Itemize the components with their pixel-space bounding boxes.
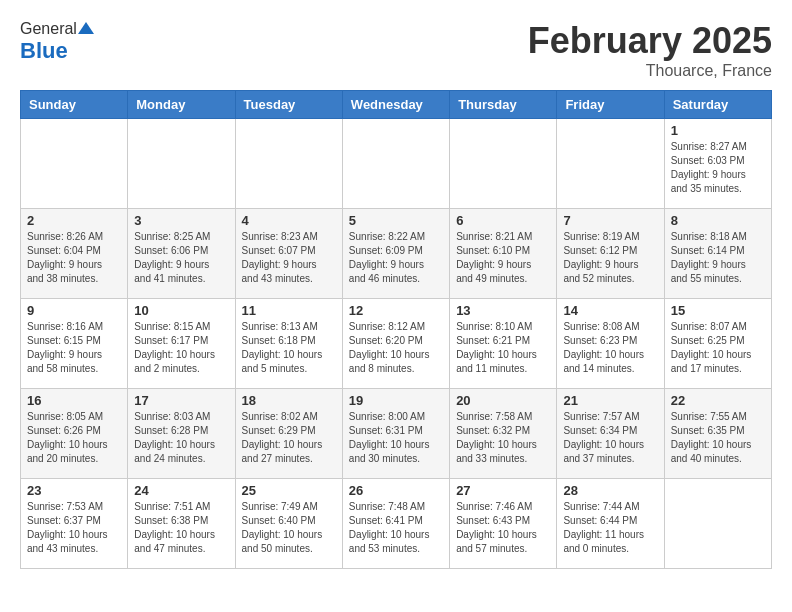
- calendar-cell: 27Sunrise: 7:46 AM Sunset: 6:43 PM Dayli…: [450, 479, 557, 569]
- page-header: General Blue February 2025 Thouarce, Fra…: [20, 20, 772, 80]
- day-info: Sunrise: 8:23 AM Sunset: 6:07 PM Dayligh…: [242, 230, 336, 286]
- day-number: 18: [242, 393, 336, 408]
- logo-blue-text: Blue: [20, 38, 95, 64]
- calendar-cell: 8Sunrise: 8:18 AM Sunset: 6:14 PM Daylig…: [664, 209, 771, 299]
- day-number: 24: [134, 483, 228, 498]
- day-number: 5: [349, 213, 443, 228]
- day-number: 27: [456, 483, 550, 498]
- calendar-cell: 7Sunrise: 8:19 AM Sunset: 6:12 PM Daylig…: [557, 209, 664, 299]
- month-title: February 2025: [528, 20, 772, 62]
- calendar-cell: 20Sunrise: 7:58 AM Sunset: 6:32 PM Dayli…: [450, 389, 557, 479]
- calendar-cell: 18Sunrise: 8:02 AM Sunset: 6:29 PM Dayli…: [235, 389, 342, 479]
- logo: General Blue: [20, 20, 95, 64]
- day-number: 20: [456, 393, 550, 408]
- calendar-cell: 2Sunrise: 8:26 AM Sunset: 6:04 PM Daylig…: [21, 209, 128, 299]
- calendar-cell: [664, 479, 771, 569]
- calendar-cell: 3Sunrise: 8:25 AM Sunset: 6:06 PM Daylig…: [128, 209, 235, 299]
- calendar-cell: 26Sunrise: 7:48 AM Sunset: 6:41 PM Dayli…: [342, 479, 449, 569]
- calendar-cell: 24Sunrise: 7:51 AM Sunset: 6:38 PM Dayli…: [128, 479, 235, 569]
- day-info: Sunrise: 8:13 AM Sunset: 6:18 PM Dayligh…: [242, 320, 336, 376]
- calendar-header-wednesday: Wednesday: [342, 91, 449, 119]
- calendar-week-1: 1Sunrise: 8:27 AM Sunset: 6:03 PM Daylig…: [21, 119, 772, 209]
- day-number: 2: [27, 213, 121, 228]
- calendar-cell: 9Sunrise: 8:16 AM Sunset: 6:15 PM Daylig…: [21, 299, 128, 389]
- day-number: 9: [27, 303, 121, 318]
- day-info: Sunrise: 8:00 AM Sunset: 6:31 PM Dayligh…: [349, 410, 443, 466]
- day-info: Sunrise: 8:02 AM Sunset: 6:29 PM Dayligh…: [242, 410, 336, 466]
- day-info: Sunrise: 8:05 AM Sunset: 6:26 PM Dayligh…: [27, 410, 121, 466]
- calendar-week-4: 16Sunrise: 8:05 AM Sunset: 6:26 PM Dayli…: [21, 389, 772, 479]
- day-info: Sunrise: 8:26 AM Sunset: 6:04 PM Dayligh…: [27, 230, 121, 286]
- calendar-cell: 19Sunrise: 8:00 AM Sunset: 6:31 PM Dayli…: [342, 389, 449, 479]
- calendar-cell: 4Sunrise: 8:23 AM Sunset: 6:07 PM Daylig…: [235, 209, 342, 299]
- calendar-cell: 25Sunrise: 7:49 AM Sunset: 6:40 PM Dayli…: [235, 479, 342, 569]
- day-info: Sunrise: 8:27 AM Sunset: 6:03 PM Dayligh…: [671, 140, 765, 196]
- calendar-cell: [128, 119, 235, 209]
- day-info: Sunrise: 7:58 AM Sunset: 6:32 PM Dayligh…: [456, 410, 550, 466]
- calendar-header-monday: Monday: [128, 91, 235, 119]
- logo-general-text: General: [20, 20, 77, 38]
- day-number: 15: [671, 303, 765, 318]
- day-number: 28: [563, 483, 657, 498]
- calendar-cell: 21Sunrise: 7:57 AM Sunset: 6:34 PM Dayli…: [557, 389, 664, 479]
- calendar-cell: [450, 119, 557, 209]
- day-number: 23: [27, 483, 121, 498]
- calendar-header-friday: Friday: [557, 91, 664, 119]
- calendar-header-thursday: Thursday: [450, 91, 557, 119]
- day-info: Sunrise: 8:21 AM Sunset: 6:10 PM Dayligh…: [456, 230, 550, 286]
- calendar-header-sunday: Sunday: [21, 91, 128, 119]
- calendar-cell: 15Sunrise: 8:07 AM Sunset: 6:25 PM Dayli…: [664, 299, 771, 389]
- calendar-week-5: 23Sunrise: 7:53 AM Sunset: 6:37 PM Dayli…: [21, 479, 772, 569]
- calendar-header-tuesday: Tuesday: [235, 91, 342, 119]
- day-number: 4: [242, 213, 336, 228]
- calendar-cell: 28Sunrise: 7:44 AM Sunset: 6:44 PM Dayli…: [557, 479, 664, 569]
- day-number: 12: [349, 303, 443, 318]
- day-info: Sunrise: 8:03 AM Sunset: 6:28 PM Dayligh…: [134, 410, 228, 466]
- logo-icon: [77, 20, 95, 38]
- day-number: 17: [134, 393, 228, 408]
- calendar-cell: 1Sunrise: 8:27 AM Sunset: 6:03 PM Daylig…: [664, 119, 771, 209]
- day-number: 22: [671, 393, 765, 408]
- day-number: 10: [134, 303, 228, 318]
- day-number: 16: [27, 393, 121, 408]
- calendar-cell: [342, 119, 449, 209]
- day-number: 11: [242, 303, 336, 318]
- calendar-week-2: 2Sunrise: 8:26 AM Sunset: 6:04 PM Daylig…: [21, 209, 772, 299]
- calendar-cell: 23Sunrise: 7:53 AM Sunset: 6:37 PM Dayli…: [21, 479, 128, 569]
- day-info: Sunrise: 8:16 AM Sunset: 6:15 PM Dayligh…: [27, 320, 121, 376]
- location-subtitle: Thouarce, France: [528, 62, 772, 80]
- calendar-cell: 13Sunrise: 8:10 AM Sunset: 6:21 PM Dayli…: [450, 299, 557, 389]
- day-info: Sunrise: 7:55 AM Sunset: 6:35 PM Dayligh…: [671, 410, 765, 466]
- calendar-week-3: 9Sunrise: 8:16 AM Sunset: 6:15 PM Daylig…: [21, 299, 772, 389]
- day-info: Sunrise: 7:49 AM Sunset: 6:40 PM Dayligh…: [242, 500, 336, 556]
- day-number: 25: [242, 483, 336, 498]
- calendar-cell: 17Sunrise: 8:03 AM Sunset: 6:28 PM Dayli…: [128, 389, 235, 479]
- calendar-cell: [21, 119, 128, 209]
- calendar-cell: 6Sunrise: 8:21 AM Sunset: 6:10 PM Daylig…: [450, 209, 557, 299]
- day-number: 14: [563, 303, 657, 318]
- day-number: 1: [671, 123, 765, 138]
- calendar-cell: 22Sunrise: 7:55 AM Sunset: 6:35 PM Dayli…: [664, 389, 771, 479]
- day-number: 13: [456, 303, 550, 318]
- day-info: Sunrise: 8:08 AM Sunset: 6:23 PM Dayligh…: [563, 320, 657, 376]
- day-number: 26: [349, 483, 443, 498]
- calendar-cell: 12Sunrise: 8:12 AM Sunset: 6:20 PM Dayli…: [342, 299, 449, 389]
- day-number: 3: [134, 213, 228, 228]
- svg-marker-0: [78, 22, 94, 34]
- calendar-header-saturday: Saturday: [664, 91, 771, 119]
- calendar-cell: 5Sunrise: 8:22 AM Sunset: 6:09 PM Daylig…: [342, 209, 449, 299]
- calendar-cell: [557, 119, 664, 209]
- day-info: Sunrise: 8:10 AM Sunset: 6:21 PM Dayligh…: [456, 320, 550, 376]
- day-number: 19: [349, 393, 443, 408]
- calendar-header-row: SundayMondayTuesdayWednesdayThursdayFrid…: [21, 91, 772, 119]
- day-info: Sunrise: 7:48 AM Sunset: 6:41 PM Dayligh…: [349, 500, 443, 556]
- day-number: 8: [671, 213, 765, 228]
- day-info: Sunrise: 7:44 AM Sunset: 6:44 PM Dayligh…: [563, 500, 657, 556]
- calendar-cell: 14Sunrise: 8:08 AM Sunset: 6:23 PM Dayli…: [557, 299, 664, 389]
- day-info: Sunrise: 7:53 AM Sunset: 6:37 PM Dayligh…: [27, 500, 121, 556]
- day-info: Sunrise: 8:22 AM Sunset: 6:09 PM Dayligh…: [349, 230, 443, 286]
- day-number: 6: [456, 213, 550, 228]
- day-number: 7: [563, 213, 657, 228]
- day-info: Sunrise: 7:51 AM Sunset: 6:38 PM Dayligh…: [134, 500, 228, 556]
- calendar-table: SundayMondayTuesdayWednesdayThursdayFrid…: [20, 90, 772, 569]
